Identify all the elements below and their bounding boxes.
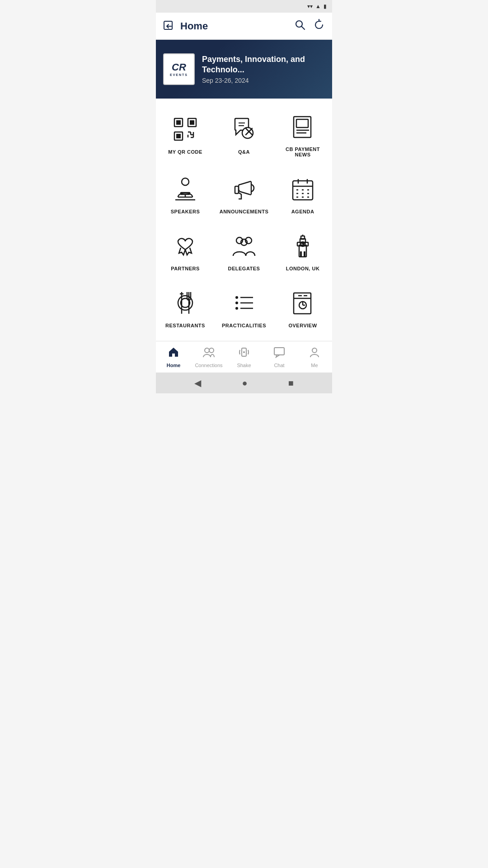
chat-nav-icon	[273, 346, 285, 361]
header: Home	[156, 13, 332, 40]
nav-item-chat[interactable]: Chat	[262, 341, 297, 373]
partners-icon	[172, 232, 199, 259]
menu-grid: MY QR CODE Q&A CB PAYMENT NEWS	[156, 99, 332, 341]
announcements-icon	[230, 175, 258, 203]
logo-events-text: EVENTS	[170, 73, 188, 76]
svg-rect-8	[176, 134, 181, 138]
android-recent-button[interactable]: ■	[288, 378, 294, 388]
svg-rect-49	[301, 236, 305, 239]
grid-label-restaurants: RESTAURANTS	[165, 323, 205, 328]
svg-point-67	[235, 307, 238, 310]
grid-item-speakers[interactable]: SPEAKERS	[156, 165, 215, 222]
refresh-button[interactable]	[313, 19, 325, 33]
nav-label-me: Me	[311, 363, 318, 368]
svg-rect-21	[296, 119, 308, 127]
grid-item-restaurants[interactable]: RESTAURANTS	[156, 279, 215, 336]
svg-rect-80	[274, 348, 284, 355]
me-nav-icon	[309, 346, 320, 361]
restaurants-icon	[172, 289, 199, 316]
grid-label-qa: Q&A	[238, 149, 250, 155]
svg-rect-6	[190, 120, 194, 125]
grid-item-overview[interactable]: OVERVIEW	[273, 279, 332, 336]
svg-point-76	[205, 348, 209, 353]
wifi-icon: ▾▾	[307, 3, 313, 9]
grid-item-delegates[interactable]: DELEGATES	[215, 222, 273, 279]
grid-label-speakers: SPEAKERS	[171, 209, 200, 214]
nav-item-connections[interactable]: Connections	[191, 341, 226, 373]
grid-item-agenda[interactable]: AGENDA	[273, 165, 332, 222]
event-logo: CR EVENTS	[163, 53, 195, 85]
nav-item-home[interactable]: Home	[156, 341, 191, 373]
grid-item-partners[interactable]: PARTNERS	[156, 222, 215, 279]
grid-label-agenda: AGENDA	[291, 209, 314, 214]
grid-item-practicalities[interactable]: PRACTICALITIES	[215, 279, 273, 336]
nav-label-home: Home	[167, 363, 181, 368]
grid-label-practicalities: PRACTICALITIES	[222, 323, 266, 328]
grid-label-london-uk: LONDON, UK	[286, 266, 320, 271]
nav-item-me[interactable]: Me	[297, 341, 332, 373]
grid-label-partners: PARTNERS	[171, 266, 200, 271]
bottom-navigation: Home Connections Shake	[156, 341, 332, 373]
android-nav-bar: ◀ ● ■	[156, 373, 332, 393]
signal-icon: ▲	[315, 3, 321, 9]
logo-cr-text: CR	[172, 62, 186, 72]
svg-point-79	[243, 351, 245, 353]
connections-nav-icon	[202, 346, 215, 361]
android-home-button[interactable]: ●	[242, 378, 247, 388]
qr-code-icon	[172, 116, 199, 143]
grid-label-overview: OVERVIEW	[288, 323, 317, 328]
grid-label-my-qr-code: MY QR CODE	[168, 149, 202, 155]
event-date: Sep 23-26, 2024	[202, 77, 325, 84]
practicalities-icon	[230, 289, 258, 316]
svg-rect-29	[235, 186, 239, 193]
grid-label-delegates: DELEGATES	[228, 266, 260, 271]
grid-item-qa[interactable]: Q&A	[215, 103, 273, 165]
nav-label-shake: Shake	[237, 363, 251, 368]
grid-item-announcements[interactable]: ANNOUNCEMENTS	[215, 165, 273, 222]
svg-rect-54	[300, 251, 302, 257]
overview-icon	[289, 289, 316, 316]
status-bar: ▾▾ ▲ ▮	[156, 0, 332, 13]
svg-line-2	[302, 26, 305, 29]
svg-rect-55	[304, 251, 305, 257]
svg-point-24	[182, 178, 189, 185]
nav-item-shake[interactable]: Shake	[226, 341, 262, 373]
news-icon	[289, 113, 316, 140]
event-banner[interactable]: CR EVENTS Payments, Innovation, and Tech…	[156, 40, 332, 99]
event-title: Payments, Innovation, and Technolo...	[202, 54, 325, 75]
grid-item-cb-payment-news[interactable]: CB PAYMENT NEWS	[273, 103, 332, 165]
grid-label-announcements: ANNOUNCEMENTS	[220, 209, 269, 214]
svg-point-77	[209, 348, 214, 353]
svg-point-63	[235, 296, 238, 299]
nav-label-connections: Connections	[195, 363, 222, 368]
header-actions	[294, 19, 325, 33]
banner-text: Payments, Innovation, and Technolo... Se…	[202, 54, 325, 85]
svg-point-65	[235, 302, 238, 304]
grid-item-london-uk[interactable]: LONDON, UK	[273, 222, 332, 279]
svg-rect-4	[176, 120, 181, 125]
nav-label-chat: Chat	[274, 363, 284, 368]
shake-nav-icon	[238, 346, 250, 361]
delegates-icon	[230, 232, 258, 259]
grid-label-cb-payment-news: CB PAYMENT NEWS	[278, 146, 328, 157]
grid-item-my-qr-code[interactable]: MY QR CODE	[156, 103, 215, 165]
battery-icon: ▮	[324, 3, 327, 9]
home-nav-icon	[168, 346, 179, 361]
qa-icon	[230, 116, 258, 143]
agenda-icon	[289, 175, 316, 203]
search-button[interactable]	[294, 19, 306, 33]
svg-point-81	[312, 348, 317, 353]
location-icon	[289, 232, 316, 259]
page-title: Home	[180, 20, 294, 32]
speakers-icon	[172, 175, 199, 203]
android-back-button[interactable]: ◀	[194, 377, 201, 388]
back-button[interactable]	[163, 20, 175, 32]
